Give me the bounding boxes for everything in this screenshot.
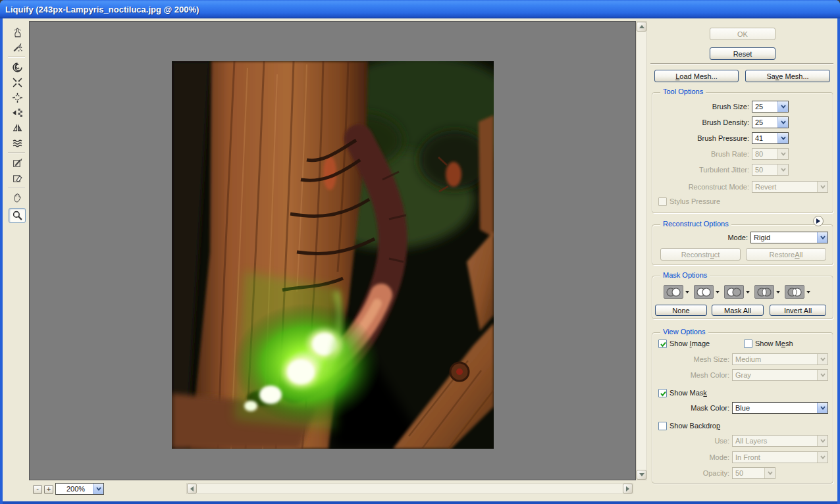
play-arrow-icon — [816, 218, 823, 224]
mask-color-combo[interactable]: Blue — [732, 402, 828, 414]
subtract-from-selection-button[interactable] — [724, 285, 750, 299]
turbulence-tool[interactable] — [9, 136, 26, 151]
arrow-left-icon — [188, 486, 194, 491]
forward-warp-tool[interactable] — [9, 25, 26, 40]
reconstruct-button: Reconstruct — [660, 248, 741, 261]
mask-none-button[interactable]: None — [655, 305, 707, 316]
turbulent-jitter-label: Turbulent Jitter: — [658, 166, 749, 174]
vertical-scrollbar[interactable] — [636, 21, 647, 480]
chevron-down-icon[interactable] — [777, 133, 788, 143]
stylus-pressure-checkbox: Stylus Pressure — [658, 197, 720, 206]
twirl-clockwise-tool[interactable] — [9, 60, 26, 75]
replace-selection-button[interactable] — [664, 285, 689, 299]
zoom-level-combo[interactable]: 200% — [55, 483, 104, 495]
mask-options-legend: Mask Options — [660, 271, 710, 279]
invert-selection-button[interactable] — [785, 285, 810, 299]
chevron-down-icon — [777, 149, 788, 159]
chevron-down-icon[interactable] — [93, 484, 103, 494]
hand-tool[interactable] — [9, 190, 26, 205]
use-label: Use: — [658, 437, 729, 445]
brush-pressure-combo[interactable]: 41 — [752, 132, 789, 144]
brush-density-combo[interactable]: 25 — [752, 116, 789, 128]
reconstruct-mode2-label: Mode: — [671, 234, 748, 241]
show-image-checkbox[interactable]: Show Image — [658, 340, 710, 348]
toolbar-separator — [8, 152, 25, 153]
push-left-tool[interactable] — [9, 105, 26, 120]
freeze-mask-icon — [12, 157, 23, 168]
mask-all-button[interactable]: Mask All — [712, 305, 764, 316]
mirror-tool[interactable] — [9, 120, 26, 136]
mask-color-label: Mask Color: — [658, 404, 729, 412]
subtract-from-selection-icon[interactable] — [724, 285, 744, 299]
show-mesh-checkbox[interactable]: Show Mesh — [744, 340, 793, 348]
add-to-selection-icon[interactable] — [694, 285, 714, 299]
chevron-down-icon — [777, 164, 788, 175]
scroll-down-button[interactable] — [637, 470, 646, 480]
bloat-tool[interactable] — [9, 90, 26, 105]
reconstruct-mode2-combo[interactable]: Rigid — [750, 232, 828, 243]
ok-button[interactable]: OK — [710, 28, 775, 40]
scroll-right-button[interactable] — [623, 484, 633, 493]
save-mesh-button[interactable]: Save Mesh... — [745, 70, 830, 82]
horizontal-scrollbar[interactable] — [186, 483, 633, 494]
scroll-up-button[interactable] — [637, 22, 646, 32]
chevron-down-icon — [764, 468, 775, 478]
dropdown-arrow-icon[interactable] — [776, 291, 780, 295]
show-backdrop-label: Show Backdrop — [669, 422, 720, 430]
invert-selection-icon[interactable] — [785, 285, 804, 299]
zoom-level-value: 200% — [56, 485, 93, 493]
load-mesh-button[interactable]: Load Mesh... — [654, 70, 739, 82]
opacity-combo: 50 — [732, 467, 775, 479]
zoom-tool[interactable] — [9, 208, 26, 223]
title-bar[interactable]: Liquify (243px-Lampyris_noctiluca.jpg @ … — [0, 0, 840, 18]
view-options-legend: View Options — [660, 328, 708, 336]
reconstruct-tool[interactable] — [9, 40, 26, 55]
toolbar-separator — [8, 187, 25, 188]
chevron-down-icon[interactable] — [777, 101, 788, 112]
invert-all-button[interactable]: Invert All — [770, 305, 826, 316]
dropdown-arrow-icon[interactable] — [806, 291, 810, 295]
scroll-left-button[interactable] — [187, 484, 197, 493]
turbulence-icon — [12, 138, 23, 149]
add-to-selection-button[interactable] — [694, 285, 720, 299]
freeze-mask-tool[interactable] — [9, 155, 26, 170]
pucker-tool[interactable] — [9, 75, 26, 90]
replace-selection-icon[interactable] — [664, 285, 683, 299]
restore-all-button: Restore All — [746, 248, 826, 261]
panel-separator — [650, 63, 833, 64]
reconstruct-mode-combo: Revert — [752, 181, 828, 193]
chevron-down-icon[interactable] — [777, 117, 788, 128]
dropdown-arrow-icon[interactable] — [746, 291, 750, 295]
show-mesh-label: Show Mesh — [755, 340, 793, 347]
show-backdrop-checkbox[interactable]: Show Backdrop — [658, 422, 720, 430]
show-mask-checkbox[interactable]: Show Mask — [658, 389, 707, 397]
liquify-dialog: Liquify (243px-Lampyris_noctiluca.jpg @ … — [0, 0, 840, 504]
brush-size-combo[interactable]: 25 — [752, 101, 789, 113]
zoom-out-button[interactable]: - — [33, 485, 42, 494]
dropdown-arrow-icon[interactable] — [716, 291, 720, 295]
stylus-pressure-label: Stylus Pressure — [669, 197, 720, 205]
intersect-with-selection-icon[interactable] — [754, 285, 774, 299]
zoom-in-button[interactable]: + — [44, 485, 53, 494]
thaw-mask-tool[interactable] — [9, 170, 26, 186]
pucker-icon — [12, 77, 23, 88]
mesh-size-label: Mesh Size: — [658, 355, 729, 363]
hand-icon — [12, 192, 23, 203]
reset-button[interactable]: Reset — [710, 47, 775, 60]
push-left-icon — [12, 107, 23, 118]
intersect-with-selection-button[interactable] — [754, 285, 780, 299]
twirl-icon — [12, 62, 23, 73]
show-image-label: Show Image — [669, 340, 710, 347]
chevron-down-icon[interactable] — [817, 403, 827, 413]
chevron-down-icon[interactable] — [817, 232, 827, 243]
backdrop-mode-combo: In Front — [732, 451, 828, 463]
dropdown-arrow-icon[interactable] — [685, 291, 689, 295]
canvas-image-glow-worm[interactable] — [172, 61, 494, 449]
show-mask-label: Show Mask — [669, 389, 707, 397]
thaw-mask-icon — [12, 172, 23, 184]
turbulent-jitter-combo: 50 — [752, 164, 789, 176]
arrow-up-icon — [639, 22, 644, 28]
liquify-toolbar — [3, 18, 26, 501]
reconstruct-options-legend: Reconstruct Options — [660, 220, 731, 228]
reconstruct-options-menu-button[interactable] — [813, 216, 824, 226]
